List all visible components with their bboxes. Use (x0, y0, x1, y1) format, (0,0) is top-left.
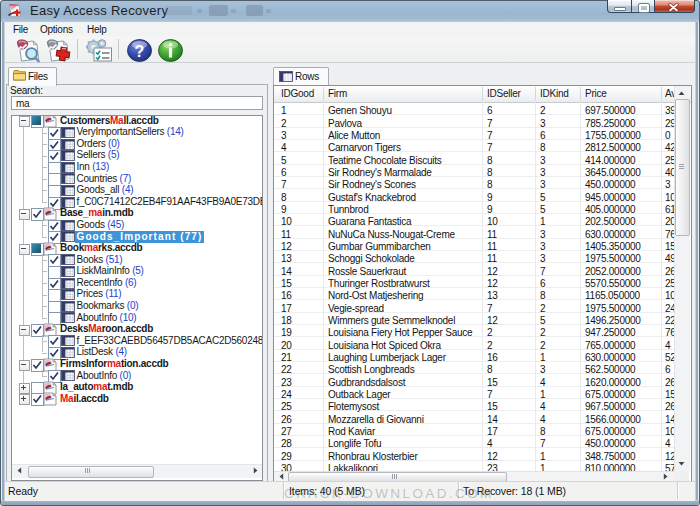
svg-text:?: ? (135, 43, 145, 60)
